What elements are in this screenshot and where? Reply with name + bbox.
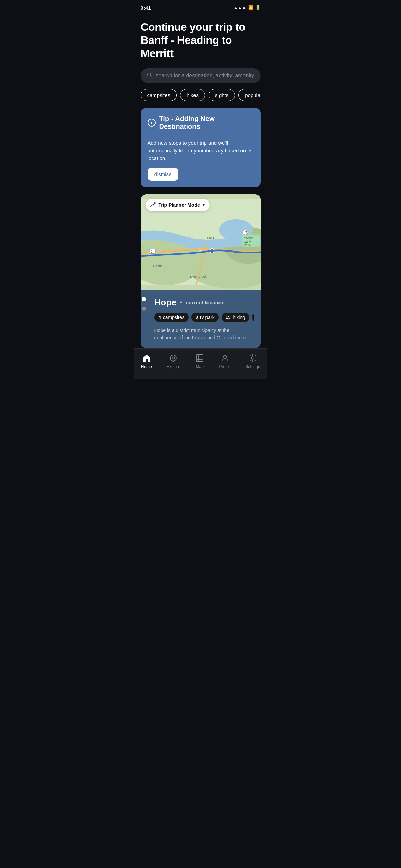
- chip-popular[interactable]: popular: [238, 89, 260, 101]
- svg-line-26: [199, 357, 199, 357]
- nav-profile[interactable]: Profile: [216, 352, 234, 370]
- svg-text:Hope: Hope: [206, 236, 214, 240]
- chip-sights[interactable]: sights: [209, 89, 235, 101]
- svg-point-21: [154, 202, 155, 204]
- location-description: Hope is a district municipality at the c…: [154, 327, 254, 341]
- nav-map-label: Map: [196, 364, 203, 369]
- svg-text:Park: Park: [243, 243, 250, 246]
- search-icon: [147, 72, 152, 79]
- svg-point-22: [170, 355, 176, 361]
- status-bar: 9:41 ▲▲▲ 📶 🔋: [134, 0, 267, 15]
- map-section: Hope Floods Silver Creek Othello Tunnels…: [141, 194, 261, 348]
- tag-hiking[interactable]: 15 hiking: [222, 313, 249, 322]
- svg-line-29: [201, 359, 201, 359]
- trip-planner-badge[interactable]: Trip Planner Mode ▾: [146, 199, 210, 211]
- map-container[interactable]: Hope Floods Silver Creek Othello Tunnels…: [141, 194, 261, 290]
- svg-rect-24: [196, 355, 203, 362]
- filter-chips: campsites hikes sights popular motels: [141, 89, 261, 101]
- svg-text:Cany.: Cany.: [243, 240, 251, 243]
- tag-hiking-label: hiking: [233, 315, 245, 320]
- signal-icon: ▲▲▲: [234, 5, 246, 10]
- svg-point-23: [172, 357, 175, 359]
- read-more-link[interactable]: read more: [224, 335, 246, 340]
- tip-title: Tip - Adding New Destinations: [159, 115, 254, 131]
- timeline-dot-next: [142, 307, 146, 311]
- profile-icon: [220, 353, 230, 363]
- main-content: Continue your trip to Banff - Heading to…: [134, 15, 267, 348]
- dismiss-button[interactable]: dismiss: [148, 168, 178, 181]
- battery-icon: 🔋: [255, 5, 261, 10]
- svg-line-1: [150, 76, 152, 77]
- info-icon: i: [148, 119, 156, 127]
- explore-icon: [168, 353, 178, 363]
- tag-water[interactable]: 2 wat...: [252, 313, 254, 322]
- timeline: [141, 290, 147, 348]
- status-icons: ▲▲▲ 📶 🔋: [234, 5, 261, 10]
- tip-header: i Tip - Adding New Destinations: [148, 115, 254, 135]
- nav-profile-label: Profile: [219, 364, 231, 369]
- location-card: Hope • current location 4 campsites 3 rv…: [141, 290, 261, 348]
- tag-campsites-count: 4: [159, 315, 161, 320]
- page-title: Continue your trip to Banff - Heading to…: [141, 21, 261, 60]
- nav-home[interactable]: Home: [138, 352, 155, 370]
- bottom-nav: Home Explore: [134, 348, 267, 379]
- nav-home-label: Home: [141, 364, 152, 369]
- svg-text:Coquih.: Coquih.: [243, 236, 254, 240]
- nav-explore-label: Explore: [166, 364, 180, 369]
- svg-text:📍: 📍: [244, 231, 248, 235]
- nav-settings-label: Settings: [245, 364, 260, 369]
- chip-campsites[interactable]: campsites: [141, 89, 177, 101]
- svg-text:Silver Creek: Silver Creek: [190, 275, 206, 278]
- map-icon: [195, 353, 204, 363]
- svg-point-20: [151, 206, 152, 207]
- tag-hiking-count: 15: [226, 315, 230, 320]
- tag-rv-label: rv park: [200, 315, 215, 320]
- search-input[interactable]: [156, 73, 254, 79]
- nav-map[interactable]: Map: [191, 352, 208, 370]
- svg-text:7: 7: [151, 249, 152, 253]
- svg-point-30: [223, 355, 226, 358]
- route-icon: [150, 202, 156, 208]
- trip-planner-label: Trip Planner Mode: [159, 202, 200, 208]
- tip-body: Add new stops to your trip and we'll aut…: [148, 139, 254, 162]
- separator-dot: •: [180, 298, 183, 306]
- svg-point-7: [210, 249, 214, 253]
- svg-line-28: [199, 359, 199, 359]
- timeline-dot-active: [142, 297, 146, 301]
- location-name: Hope • current location: [154, 297, 254, 308]
- tag-campsites[interactable]: 4 campsites: [154, 313, 189, 322]
- nav-explore[interactable]: Explore: [163, 352, 184, 370]
- tip-card: i Tip - Adding New Destinations Add new …: [141, 108, 261, 187]
- phone-container: 9:41 ▲▲▲ 📶 🔋 Continue your trip to Banff…: [134, 0, 267, 379]
- chip-hikes[interactable]: hikes: [180, 89, 205, 101]
- search-bar[interactable]: [141, 68, 261, 83]
- nav-settings[interactable]: Settings: [242, 352, 263, 370]
- chevron-down-icon: ▾: [203, 203, 205, 207]
- settings-icon: [248, 353, 258, 363]
- location-tags: 4 campsites 3 rv park 15 hiking 2: [154, 313, 254, 322]
- location-subtitle: current location: [186, 299, 225, 305]
- tag-campsites-label: campsites: [163, 315, 185, 320]
- svg-point-31: [251, 357, 254, 359]
- status-time: 9:41: [141, 5, 151, 11]
- wifi-icon: 📶: [248, 5, 253, 10]
- tag-rv-count: 3: [196, 315, 198, 320]
- svg-text:Floods: Floods: [153, 264, 162, 267]
- tag-rv-park[interactable]: 3 rv park: [191, 313, 219, 322]
- home-icon: [142, 353, 151, 363]
- svg-line-27: [201, 357, 201, 357]
